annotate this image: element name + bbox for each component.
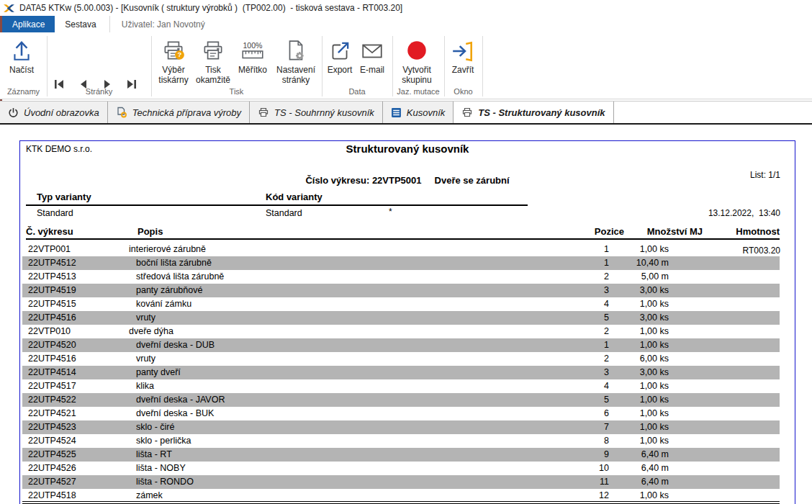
cell-description: vruty	[136, 352, 155, 366]
group-label-jaz-mutace: Jaz. mutace	[392, 87, 444, 96]
app-window: DATA5 KTKw (5.00.003) - [Kusovník ( stru…	[0, 0, 812, 504]
tab-uvodni-obrazovka[interactable]: Úvodní obrazovka	[0, 102, 108, 123]
close-window-icon	[445, 37, 481, 66]
tab-kusovnik[interactable]: Kusovník	[383, 102, 454, 123]
app-logo-icon[interactable]	[3, 2, 15, 14]
cell-drawing-number: 22UTP4520	[28, 338, 76, 352]
cell-drawing-number: 22UTP4524	[28, 434, 76, 448]
cell-description: klika	[136, 379, 154, 393]
page-setup-button[interactable]: Nastavení stránky	[274, 37, 317, 85]
printer-icon	[258, 107, 269, 118]
cell-description: dveřní deska - DUB	[136, 338, 215, 352]
cell-drawing-number: 22UTP4525	[28, 448, 76, 462]
cell-description: panty zárubňové	[136, 284, 202, 297]
cell-quantity: 1,00 ks	[568, 393, 669, 407]
close-report-button[interactable]: Zavřít	[445, 37, 481, 76]
cell-quantity: 6,40 m	[568, 475, 669, 489]
cell-drawing-number: 22UTP4513	[28, 270, 76, 284]
printer-icon	[194, 37, 233, 66]
cell-quantity: 1,00 ks	[568, 325, 669, 338]
printer-select-button[interactable]: ? Výběr tiskárny	[153, 37, 194, 85]
group-label-zaznamy: Záznamy	[0, 87, 47, 96]
cell-description: sklo - čiré	[136, 420, 174, 434]
report-title: Strukturovaný kusovník	[20, 143, 795, 155]
cell-description: lišta - RONDO	[136, 475, 194, 489]
export-icon	[323, 37, 356, 66]
email-button[interactable]: E-mail	[356, 37, 389, 76]
print-now-button[interactable]: Tisk okamžitě	[194, 37, 233, 85]
power-icon	[8, 107, 19, 118]
variant-code-label: Kód varianty	[266, 192, 322, 202]
tab-technicka-priprava-vyroby[interactable]: Technická příprava výroby	[108, 102, 250, 123]
cell-description: panty dveří	[136, 366, 181, 379]
list-icon	[391, 107, 402, 118]
cell-quantity: 1,00 ks	[568, 407, 669, 420]
table-header-divider	[26, 238, 780, 240]
cell-drawing-number: 22UTP4512	[28, 256, 76, 270]
table-row: 22UTP4523sklo - čiré71,00 ks	[22, 420, 780, 434]
cell-description: lišta - NOBY	[136, 462, 186, 475]
tab-ts-strukturovany-kusovnik[interactable]: TS - Strukturovaný kusovník	[454, 102, 613, 123]
cell-description: dveřní deska - JAVOR	[136, 393, 225, 407]
table-row: 22UTP4512boční lišta zárubně110,40 m	[22, 256, 780, 270]
cell-description: vruty	[136, 311, 155, 325]
cell-description: interierové zárubně	[129, 243, 206, 256]
cell-quantity: 1,00 ks	[568, 297, 669, 311]
table-row: 22UTP4524sklo - perlička81,00 ks	[22, 434, 780, 448]
table-row: 22VTP001interierové zárubně11,00 ks	[22, 243, 780, 256]
cell-quantity: 1,00 ks	[568, 420, 669, 434]
svg-text:100%: 100%	[243, 41, 263, 50]
cell-quantity: 6,40 m	[568, 462, 669, 475]
cell-quantity: 5,00 m	[568, 270, 669, 284]
group-label-data: Data	[322, 87, 392, 96]
tab-ts-souhrnny-kusovnik[interactable]: TS - Souhrnný kusovník	[250, 102, 383, 123]
column-header-cislo-vykresu: Č. výkresu	[26, 226, 73, 237]
cell-quantity: 1,00 ks	[568, 379, 669, 393]
cell-quantity: 10,40 m	[568, 256, 669, 270]
document-gear-icon	[116, 107, 127, 118]
menu-tab-aplikace[interactable]: Aplikace	[2, 16, 55, 32]
group-label-okno: Okno	[444, 87, 482, 96]
variant-type-label: Typ varianty	[37, 192, 91, 202]
cell-drawing-number: 22UTP4515	[28, 297, 76, 311]
scale-button[interactable]: 100% Měřítko	[233, 37, 273, 76]
page-setup-icon	[274, 37, 317, 66]
table-row: 22UTP4522dveřní deska - JAVOR51,00 ks	[22, 393, 780, 407]
column-header-mnozstvi: Množství MJ	[616, 226, 703, 237]
cell-description: dveřní deska - BUK	[136, 407, 214, 420]
red-circle-icon	[393, 37, 441, 66]
cell-quantity: 1,00 ks	[568, 434, 669, 448]
menu-bar: Aplikace Sestava Uživatel: Jan Novotný	[0, 16, 812, 32]
email-icon	[356, 37, 389, 66]
window-title: DATA5 KTKw (5.00.003) - [Kusovník ( stru…	[19, 3, 402, 13]
menu-tab-sestava[interactable]: Sestava	[55, 16, 106, 32]
current-user-label: Uživatel: Jan Novotný	[109, 16, 205, 32]
cell-description: sklo - perlička	[136, 434, 191, 448]
table-bottom-divider	[22, 501, 780, 504]
table-row: 22UTP4517klika41,00 ks	[22, 379, 780, 393]
load-button[interactable]: Načíst	[1, 37, 42, 76]
table-row: 22UTP4513středová lišta zárubně25,00 m	[22, 270, 780, 284]
report-subtitle: Číslo výkresu: 22VTP5001Dveře se zárubní	[20, 175, 795, 186]
export-button[interactable]: Export	[323, 37, 356, 76]
report-preview-area: KTK DEMO s.r.o. Strukturovaný kusovník L…	[0, 125, 812, 504]
group-label-stranky: Stránky	[47, 87, 151, 96]
create-group-button[interactable]: Vytvořit skupinu	[393, 37, 441, 85]
table-row: 22UTP4520dveřní deska - DUB11,00 ks	[22, 338, 780, 352]
cell-quantity: 3,00 ks	[568, 284, 669, 297]
column-header-hmotnost: Hmotnost	[693, 226, 780, 237]
title-bar: DATA5 KTKw (5.00.003) - [Kusovník ( stru…	[0, 0, 812, 16]
cell-description: kování zámku	[136, 297, 191, 311]
report-rows: 22VTP001interierové zárubně11,00 ks22UTP…	[22, 243, 780, 503]
variant-type-value: Standard	[37, 208, 73, 218]
cell-drawing-number: 22VTP010	[28, 325, 71, 338]
cell-quantity: 3,00 ks	[568, 366, 669, 379]
table-row: 22UTP4515kování zámku41,00 ks	[22, 297, 780, 311]
cell-description: boční lišta zárubně	[136, 256, 212, 270]
cell-drawing-number: 22UTP4514	[28, 366, 76, 379]
cell-quantity: 1,00 ks	[568, 243, 669, 256]
table-row: 22UTP4525lišta - RT96,40 m	[22, 448, 780, 462]
cell-quantity: 3,00 ks	[568, 311, 669, 325]
cell-drawing-number: 22UTP4521	[28, 407, 76, 420]
scale-100-icon: 100%	[233, 37, 273, 66]
